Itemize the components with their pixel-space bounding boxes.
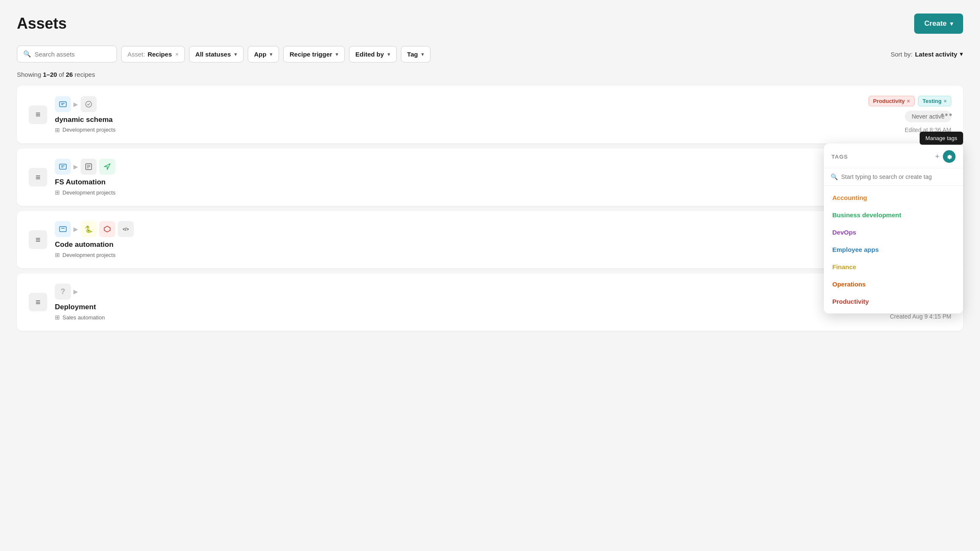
statuses-chevron-icon: ▾ [234, 51, 237, 57]
recipe-flow: ▶ [55, 159, 826, 175]
flow-arrow-icon: ▶ [73, 288, 78, 295]
tag-filter[interactable]: Tag ▾ [401, 46, 431, 62]
tags-panel-search[interactable]: 🔍 [824, 168, 963, 186]
chevron-down-icon: ▾ [950, 20, 953, 27]
flow-arrow-icon: ▶ [73, 163, 78, 170]
tag-chip-productivity[interactable]: Productivity × [869, 96, 915, 106]
search-box[interactable]: 🔍 [17, 46, 117, 62]
recipe-name: FS Automation [55, 178, 826, 186]
recipe-name: Deployment [55, 303, 823, 311]
tag-item-devops[interactable]: DevOps [824, 224, 963, 241]
recipe-flow: ? ▶ [55, 284, 823, 300]
recipe-type-icon: ≡ [29, 293, 47, 311]
tags-add-button[interactable]: + [935, 152, 939, 161]
recipe-card: ≡ ▶ dynamic schema ⊞ Development project… [17, 86, 963, 143]
flow-icon-trigger [55, 96, 71, 112]
svg-marker-13 [104, 226, 110, 232]
toolbar: 🔍 Asset: Recipes × All statuses ▾ App ▾ … [17, 46, 963, 62]
tags-gear-button[interactable] [943, 150, 956, 163]
edited-by-chevron-icon: ▾ [387, 51, 390, 57]
tag-item-business-development[interactable]: Business development [824, 206, 963, 224]
recipe-name: Code automation [55, 240, 826, 249]
flow-icon-xml: </> [118, 221, 134, 237]
more-options-button[interactable]: ••• [941, 109, 953, 120]
asset-filter-pill[interactable]: Asset: Recipes × [121, 46, 185, 62]
recipe-project: ⊞ Development projects [55, 251, 826, 258]
recipe-info: ▶ dynamic schema ⊞ Development projects [55, 96, 826, 133]
tag-item-operations[interactable]: Operations [824, 276, 963, 293]
recipe-card: ≡ ▶ 🐍 </> Code automation ⊞ Development … [17, 211, 963, 268]
sort-chevron-icon: ▾ [960, 50, 963, 58]
edited-by-filter[interactable]: Edited by ▾ [349, 46, 397, 62]
flow-icon-trigger [55, 221, 71, 237]
sort-section[interactable]: Sort by: Latest activity ▾ [891, 50, 963, 58]
recipe-flow: ▶ 🐍 </> [55, 221, 826, 237]
search-icon: 🔍 [23, 50, 31, 58]
recipe-project: ⊞ Development projects [55, 189, 826, 196]
recipe-info: ? ▶ Deployment ⊞ Sales automation [55, 284, 823, 321]
flow-arrow-icon: ▶ [73, 226, 78, 232]
page-header: Assets Create ▾ [17, 14, 963, 34]
search-input[interactable] [35, 51, 111, 58]
flow-icon-question: ? [55, 284, 71, 300]
recipe-card: ≡ ▶ FS Automation ⊞ Development projects [17, 149, 963, 206]
recipe-type-icon: ≡ [29, 168, 47, 186]
tag-item-finance[interactable]: Finance [824, 258, 963, 276]
tags-search-input[interactable] [841, 173, 956, 180]
layers-icon: ⊞ [55, 189, 60, 196]
flow-icon-ruby [99, 221, 115, 237]
tag-item-productivity[interactable]: Productivity [824, 293, 963, 310]
recipe-name: dynamic schema [55, 116, 826, 124]
tags-search-icon: 🔍 [831, 173, 838, 180]
flow-arrow-icon: ▶ [73, 101, 78, 108]
layers-icon: ⊞ [55, 251, 60, 258]
flow-icon-trigger [55, 159, 71, 175]
tags-panel-actions: + [935, 150, 956, 163]
tag-chip-testing[interactable]: Testing × [918, 96, 951, 106]
tags-panel-header: TAGS + [824, 143, 963, 168]
svg-rect-11 [60, 227, 66, 232]
flow-icon-step [81, 96, 97, 112]
recipe-trigger-filter[interactable]: Recipe trigger ▾ [283, 46, 345, 62]
recipe-flow: ▶ [55, 96, 826, 112]
tags-panel-list: Accounting Business development DevOps E… [824, 186, 963, 313]
flow-icon-log [81, 159, 97, 175]
app-chevron-icon: ▾ [270, 51, 273, 57]
recipe-card: ≡ ? ▶ Deployment ⊞ Sales automation Oper… [17, 273, 963, 331]
tags-panel: TAGS + 🔍 Accounting Business development… [824, 143, 963, 313]
recipe-info: ▶ FS Automation ⊞ Development projects [55, 159, 826, 196]
flow-icon-python: 🐍 [81, 221, 97, 237]
page-title: Assets [17, 15, 67, 32]
app-filter[interactable]: App ▾ [248, 46, 279, 62]
recipe-type-icon: ≡ [29, 105, 47, 124]
create-button[interactable]: Create ▾ [914, 14, 963, 34]
tag-chevron-icon: ▾ [421, 51, 424, 57]
layers-icon: ⊞ [55, 127, 60, 133]
tag-remove-icon[interactable]: × [944, 98, 947, 104]
edit-time: Created Aug 9 4:15 PM [890, 313, 951, 320]
layers-icon: ⊞ [55, 314, 60, 321]
svg-rect-0 [60, 102, 66, 107]
recipe-project: ⊞ Development projects [55, 127, 826, 133]
tags-panel-title: TAGS [831, 154, 848, 160]
recipe-info: ▶ 🐍 </> Code automation ⊞ Development pr… [55, 221, 826, 258]
tag-item-employee-apps[interactable]: Employee apps [824, 241, 963, 258]
flow-icon-send [99, 159, 115, 175]
recipe-trigger-chevron-icon: ▾ [336, 51, 338, 57]
showing-count-text: Showing 1–20 of 26 recipes [17, 71, 963, 78]
all-statuses-filter[interactable]: All statuses ▾ [189, 46, 244, 62]
tag-remove-icon[interactable]: × [907, 98, 910, 104]
recipe-project: ⊞ Sales automation [55, 314, 823, 321]
manage-tags-tooltip: Manage tags [920, 132, 963, 145]
asset-remove-icon[interactable]: × [175, 51, 179, 57]
svg-rect-4 [60, 164, 66, 169]
tags-row: Productivity × Testing × [869, 96, 951, 106]
tag-item-accounting[interactable]: Accounting [824, 189, 963, 206]
recipe-status-area: Productivity × Testing × Never active Ed… [833, 96, 951, 133]
recipe-list: ≡ ▶ dynamic schema ⊞ Development project… [17, 86, 963, 331]
recipe-type-icon: ≡ [29, 230, 47, 249]
